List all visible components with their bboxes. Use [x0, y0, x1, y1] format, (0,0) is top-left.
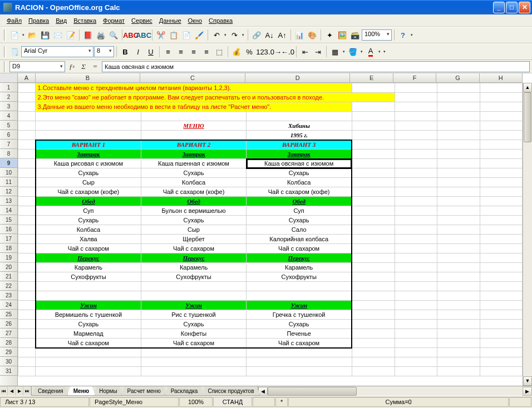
scroll-thumb[interactable]: [524, 92, 531, 142]
col-header-F[interactable]: F: [393, 73, 436, 82]
cell-variant-3[interactable]: ВАРИАНТ 3: [247, 140, 352, 150]
spellcheck-button[interactable]: ABC: [125, 29, 137, 41]
row-header-21[interactable]: 21: [0, 272, 17, 281]
status-mode[interactable]: СТАНД: [213, 397, 252, 407]
save-button[interactable]: 💾: [39, 29, 51, 41]
email-button[interactable]: ✉️: [52, 29, 64, 41]
hyperlink-button[interactable]: 🔗: [250, 29, 263, 41]
cell-B16[interactable]: Колбаса: [36, 225, 141, 235]
bgcolor-dropdown[interactable]: ▾: [359, 46, 364, 58]
row-header-27[interactable]: 27: [0, 329, 17, 338]
menu-help[interactable]: Справка: [205, 16, 236, 25]
cell-dinner-h-2[interactable]: Ужин: [141, 301, 246, 310]
bgcolor-button[interactable]: 🪣: [347, 46, 359, 58]
cell-D11[interactable]: Колбаса: [247, 178, 352, 187]
cell-C12[interactable]: Чай с сахаром (кофе): [141, 187, 246, 197]
row-header-6[interactable]: 6: [0, 130, 17, 140]
sheet-tab-4[interactable]: Раскладка: [165, 386, 204, 396]
row-header-19[interactable]: 19: [0, 253, 17, 262]
cell-C26[interactable]: Сухарь: [141, 320, 246, 329]
align-justify-button[interactable]: ≡: [200, 46, 213, 58]
cell-snack-h-3[interactable]: Перекус: [247, 253, 352, 263]
cell-breakfast-h-1[interactable]: Завтрак: [36, 150, 141, 159]
row-header-24[interactable]: 24: [0, 300, 17, 310]
cell-location[interactable]: Хибины: [247, 121, 352, 131]
cell-C27[interactable]: Конфеты: [141, 329, 246, 339]
col-header-D[interactable]: D: [245, 73, 351, 82]
cell-B11[interactable]: Сыр: [36, 178, 141, 187]
tab-next-button[interactable]: ▶: [16, 386, 23, 396]
cell-C22[interactable]: [141, 282, 246, 291]
row-header-28[interactable]: 28: [0, 338, 17, 347]
menu-data[interactable]: Данные: [156, 16, 185, 25]
cell-C14[interactable]: Бульон с вермишелью: [141, 206, 246, 216]
cell-D26[interactable]: Сухарь: [247, 320, 352, 329]
align-right-button[interactable]: ≡: [188, 46, 200, 58]
fontcolor-button[interactable]: A: [364, 46, 377, 58]
undo-dropdown[interactable]: ▾: [223, 29, 228, 41]
cell-D23[interactable]: [247, 291, 352, 301]
row-header-14[interactable]: 14: [0, 206, 17, 215]
cell-B22[interactable]: [36, 282, 141, 291]
row-header-29[interactable]: 29: [0, 347, 17, 357]
chart-button[interactable]: 📊: [293, 29, 306, 41]
hscroll-left-button[interactable]: ◀: [258, 387, 268, 396]
row-header-30[interactable]: 30: [0, 357, 17, 366]
toolbar-grip[interactable]: [4, 61, 6, 72]
menu-view[interactable]: Вид: [52, 16, 70, 25]
borders-button[interactable]: ▦: [329, 46, 341, 58]
status-sum[interactable]: Сумма=0: [288, 397, 509, 407]
cell-B15[interactable]: Сухарь: [36, 216, 141, 225]
minimize-button[interactable]: _: [493, 2, 505, 13]
cell-variant-2[interactable]: ВАРИАНТ 2: [141, 140, 246, 150]
cell-D10[interactable]: Сухарь: [247, 168, 352, 178]
col-header-E[interactable]: E: [350, 73, 393, 82]
menu-insert[interactable]: Вставка: [70, 16, 100, 25]
row-header-5[interactable]: 5: [0, 121, 17, 130]
cell-dinner-h-3[interactable]: Ужин: [247, 301, 352, 310]
percent-button[interactable]: %: [243, 46, 255, 58]
underline-button[interactable]: U: [145, 46, 157, 58]
cell-instruction-2[interactable]: 2.Это меню "само" не работает в программ…: [36, 93, 395, 102]
toolbar-overflow[interactable]: ▾: [410, 29, 414, 41]
currency-button[interactable]: 💰: [230, 46, 243, 58]
vertical-scrollbar[interactable]: ▲ ▼: [523, 83, 532, 386]
scroll-up-button[interactable]: ▲: [523, 83, 532, 92]
cell-C25[interactable]: Рис с тушенкой: [141, 310, 246, 320]
tab-prev-button[interactable]: ◀: [8, 386, 16, 396]
cell-breakfast-h-3[interactable]: Завтрак: [247, 150, 352, 159]
styles-button[interactable]: 🗒️: [8, 46, 21, 58]
row-header-26[interactable]: 26: [0, 319, 17, 329]
cell-variant-1[interactable]: ВАРИАНТ 1: [36, 140, 141, 150]
gallery-button[interactable]: 🖼️: [336, 29, 348, 41]
row-header-1[interactable]: 1: [0, 83, 17, 92]
cell-menu-title[interactable]: МЕНЮ: [141, 121, 246, 131]
cell-C15[interactable]: Сухарь: [141, 216, 246, 225]
sheet-tab-2[interactable]: Нормы: [93, 386, 123, 396]
bold-button[interactable]: B: [119, 46, 131, 58]
align-center-button[interactable]: ≡: [175, 46, 187, 58]
tab-first-button[interactable]: ⏮: [0, 386, 8, 396]
toolbar-grip[interactable]: [4, 29, 6, 41]
col-header-H[interactable]: H: [480, 73, 523, 82]
status-zoom[interactable]: 100%: [179, 397, 213, 407]
menu-tools[interactable]: Сервис: [128, 16, 156, 25]
row-header-25[interactable]: 25: [0, 310, 17, 319]
zoom-combo[interactable]: 100%: [362, 29, 392, 41]
row-header-4[interactable]: 4: [0, 111, 17, 121]
cell-B21[interactable]: Сухофрукты: [36, 272, 141, 282]
cell-B26[interactable]: Сухарь: [36, 320, 141, 329]
hscroll-thumb[interactable]: [268, 387, 357, 396]
menu-format[interactable]: Формат: [100, 16, 128, 25]
format-paint-button[interactable]: 🖌️: [193, 29, 205, 41]
cell-reference-box[interactable]: D9: [9, 61, 65, 72]
redo-dropdown[interactable]: ▾: [241, 29, 245, 41]
row-header-17[interactable]: 17: [0, 234, 17, 243]
sum-button[interactable]: Σ: [78, 62, 88, 72]
sheet-tab-5[interactable]: Список продуктов: [201, 386, 260, 396]
sheet-tab-0[interactable]: Сведения: [32, 386, 70, 396]
cell-B23[interactable]: [36, 291, 141, 301]
cell-B25[interactable]: Вермишель с тушенкой: [36, 310, 141, 320]
row-header-7[interactable]: 7: [0, 140, 17, 149]
sheet-tab-1[interactable]: Меню: [67, 386, 95, 396]
